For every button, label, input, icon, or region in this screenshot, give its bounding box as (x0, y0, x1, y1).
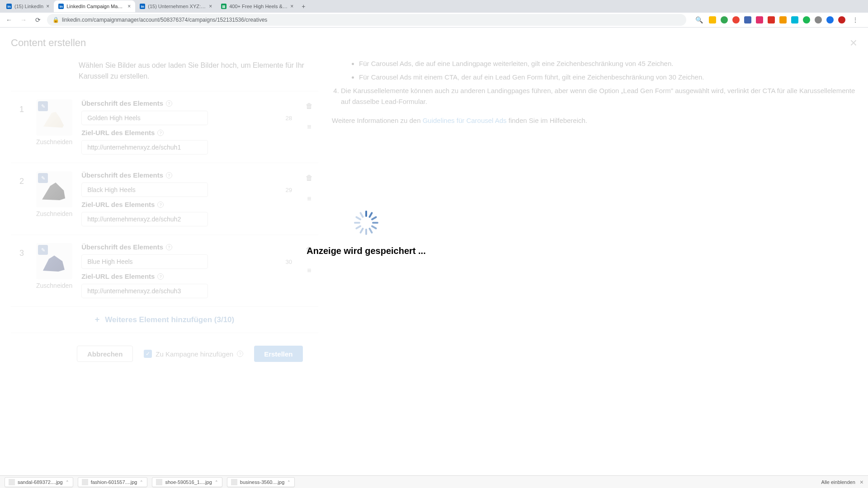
headline-input[interactable] (81, 183, 208, 197)
info-ordered-item: Die Karussellelemente können auch zu and… (341, 85, 857, 107)
headline-label: Überschrift des Elements ? (81, 171, 297, 179)
close-icon[interactable]: × (46, 3, 49, 9)
url-input[interactable] (81, 212, 208, 226)
more-info-line: Weitere Informationen zu den Guidelines … (332, 115, 857, 126)
help-icon[interactable]: ? (237, 351, 243, 357)
crop-button[interactable]: Zuschneiden (36, 138, 72, 145)
linkedin-icon: in (140, 4, 145, 9)
lock-icon: 🔒 (52, 17, 59, 23)
edit-icon[interactable]: ✎ (38, 101, 48, 111)
help-icon[interactable]: ? (166, 244, 172, 250)
delete-icon[interactable]: 🗑 (306, 246, 313, 254)
edit-icon[interactable]: ✎ (38, 173, 48, 183)
url-field[interactable]: 🔒 linkedin.com/campaignmanager/account/5… (47, 14, 686, 26)
headline-label: Überschrift des Elements ? (81, 243, 297, 251)
zoom-icon[interactable]: 🔍 (693, 14, 704, 25)
url-label: Ziel-URL des Elements ? (81, 272, 297, 280)
label-text: Ziel-URL des Elements (81, 272, 155, 280)
info-bullet: Für Carousel Ads mit einem CTA, der auf … (359, 72, 857, 83)
card-number: 1 (16, 105, 27, 114)
help-icon[interactable]: ? (166, 172, 172, 178)
add-element-button[interactable]: + Weiteres Element hinzufügen (3/10) (11, 306, 318, 333)
back-button[interactable]: ← (4, 14, 14, 25)
shoe-image (41, 250, 68, 272)
browser-tab[interactable]: in (15) Unternehmen XYZ: Admin × (135, 0, 217, 12)
address-bar: ← → ⟳ 🔒 linkedin.com/campaignmanager/acc… (0, 13, 868, 27)
browser-tab[interactable]: in (15) LinkedIn × (2, 0, 54, 12)
url-input[interactable] (81, 140, 208, 155)
linkedin-icon: in (6, 4, 12, 9)
headline-label: Überschrift des Elements ? (81, 99, 297, 107)
create-button[interactable]: Erstellen (254, 346, 302, 362)
drag-handle-icon[interactable]: ≡ (307, 195, 311, 203)
extension-icon[interactable] (791, 16, 798, 23)
close-icon[interactable]: × (127, 3, 131, 9)
label-text: Ziel-URL des Elements (81, 201, 155, 208)
menu-icon[interactable]: ⋮ (850, 14, 861, 25)
extension-icon[interactable] (721, 16, 728, 23)
close-icon[interactable]: × (290, 3, 293, 9)
tab-title: (15) Unternehmen XYZ: Admin (148, 4, 206, 9)
add-to-campaign-checkbox[interactable]: ✓ Zu Kampagne hinzufügen ? (144, 350, 243, 358)
thumbnail[interactable]: ✎ (36, 243, 72, 279)
extension-icon[interactable] (709, 16, 716, 23)
label-text: Überschrift des Elements (81, 243, 163, 251)
extension-icon[interactable] (732, 16, 740, 23)
reload-button[interactable]: ⟳ (33, 14, 43, 25)
avatar[interactable] (838, 16, 845, 23)
intro-text: Wählen Sie Bilder aus oder laden Sie Bil… (11, 56, 318, 91)
help-icon[interactable]: ? (157, 130, 164, 136)
browser-tab[interactable]: in LinkedIn Campaign Manager × (54, 0, 135, 12)
help-icon[interactable]: ? (157, 273, 164, 280)
info-bullet: Für Carousel Ads, die auf eine Landingpa… (359, 58, 857, 69)
extension-icon[interactable] (803, 16, 810, 23)
help-icon[interactable]: ? (166, 100, 172, 107)
page-header: Content erstellen × (0, 28, 868, 56)
linkedin-icon: in (58, 4, 64, 9)
info-panel: Für Carousel Ads, die auf eine Landingpa… (332, 56, 857, 333)
extension-icon[interactable] (815, 16, 822, 23)
tab-title: (15) LinkedIn (14, 4, 43, 9)
forward-button[interactable]: → (18, 14, 29, 25)
guidelines-link[interactable]: Guidelines für Carousel Ads (423, 117, 507, 124)
checkbox-icon: ✓ (144, 350, 152, 358)
extension-icon[interactable] (744, 16, 751, 23)
thumbnail[interactable]: ✎ (36, 171, 72, 207)
drag-handle-icon[interactable]: ≡ (307, 123, 311, 131)
url-label: Ziel-URL des Elements ? (81, 129, 297, 136)
crop-button[interactable]: Zuschneiden (36, 282, 72, 289)
card-number: 3 (16, 249, 27, 258)
extension-icon[interactable] (756, 16, 763, 23)
card-number: 2 (16, 177, 27, 186)
close-modal-button[interactable]: × (850, 36, 857, 50)
help-icon[interactable]: ? (157, 202, 164, 208)
headline-input[interactable] (81, 254, 208, 269)
char-count: 28 (286, 115, 292, 122)
info-text: Weitere Informationen zu den (332, 117, 423, 124)
label-text: Überschrift des Elements (81, 171, 163, 179)
crop-button[interactable]: Zuschneiden (36, 210, 72, 217)
browser-chrome: in (15) LinkedIn × in LinkedIn Campaign … (0, 0, 868, 28)
delete-icon[interactable]: 🗑 (306, 102, 313, 110)
extension-icons: 🔍 ⋮ (690, 14, 864, 25)
char-count: 30 (286, 258, 292, 265)
tab-title: 400+ Free High Heels & Shoe (229, 4, 288, 9)
thumbnail[interactable]: ✎ (36, 99, 72, 136)
close-icon[interactable]: × (209, 3, 212, 9)
new-tab-button[interactable]: + (298, 3, 309, 10)
delete-icon[interactable]: 🗑 (306, 174, 313, 182)
drag-handle-icon[interactable]: ≡ (307, 267, 311, 275)
plus-icon: + (95, 315, 100, 324)
url-label: Ziel-URL des Elements ? (81, 201, 297, 208)
headline-input[interactable] (81, 111, 208, 125)
extension-icon[interactable] (826, 16, 834, 23)
url-input[interactable] (81, 284, 208, 298)
extension-icon[interactable] (768, 16, 775, 23)
extension-icon[interactable] (779, 16, 787, 23)
cancel-button[interactable]: Abbrechen (77, 346, 133, 362)
sheets-icon: ▦ (221, 4, 226, 9)
edit-icon[interactable]: ✎ (38, 245, 48, 255)
browser-tab[interactable]: ▦ 400+ Free High Heels & Shoe × (217, 0, 298, 12)
shoe-image (41, 178, 68, 201)
url-text: linkedin.com/campaignmanager/account/508… (62, 17, 267, 23)
